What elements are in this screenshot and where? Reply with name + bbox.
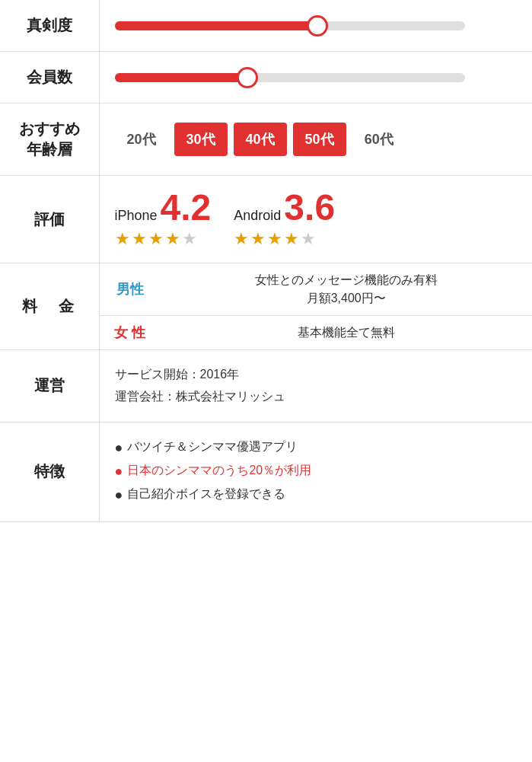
- features-label: 特徴: [0, 422, 99, 521]
- age-group-label: おすすめ 年齢層: [0, 104, 99, 176]
- rating-section: iPhone 4.2 ★ ★ ★ ★ ★ Android 3.6: [115, 190, 518, 249]
- iphone-platform: iPhone: [115, 208, 158, 224]
- android-rating-top: Android 3.6: [234, 190, 335, 226]
- seriousness-slider: [115, 21, 518, 30]
- rating-row: 評価 iPhone 4.2 ★ ★ ★ ★ ★: [0, 176, 532, 263]
- iphone-score: 4.2: [161, 190, 212, 226]
- rating-label: 評価: [0, 176, 99, 263]
- age-60s: 60代: [352, 123, 406, 156]
- pricing-female-row: 女 性 基本機能全て無料: [100, 316, 533, 349]
- android-stars: ★ ★ ★ ★ ★: [234, 229, 316, 249]
- members-slider: [115, 73, 518, 82]
- pricing-section: 男性 女性とのメッセージ機能のみ有料 月額3,400円〜 女 性 基本機能全て無…: [100, 263, 533, 349]
- members-row: 会員数: [0, 52, 532, 104]
- features-content: ● バツイチ＆シンママ優遇アプリ ● 日本のシンママのうち20％が利用 ● 自己…: [99, 422, 532, 521]
- bullet-2: ●: [115, 463, 123, 480]
- feature-item-2: ● 日本のシンママのうち20％が利用: [115, 460, 518, 483]
- members-track: [115, 73, 465, 82]
- pricing-row: 料 金 男性 女性とのメッセージ機能のみ有料 月額3,400円〜 女 性: [0, 263, 532, 350]
- seriousness-content: [99, 0, 532, 52]
- iphone-rating: iPhone 4.2 ★ ★ ★ ★ ★: [115, 190, 212, 249]
- bullet-1: ●: [115, 439, 123, 457]
- age-50s: 50代: [293, 123, 346, 156]
- seriousness-row: 真剣度: [0, 0, 532, 52]
- bullet-3: ●: [115, 486, 123, 504]
- android-rating: Android 3.6 ★ ★ ★ ★ ★: [234, 190, 335, 249]
- age-group-content: 20代 30代 40代 50代 60代: [99, 104, 532, 176]
- female-pricing-detail: 基本機能全て無料: [161, 324, 533, 342]
- info-table: 真剣度 会員数 おすすめ 年: [0, 0, 532, 522]
- feature-item-1: ● バツイチ＆シンママ優遇アプリ: [115, 436, 518, 460]
- star-2: ★: [132, 229, 147, 249]
- pricing-label: 料 金: [0, 263, 99, 350]
- iphone-stars: ★ ★ ★ ★ ★: [115, 229, 197, 249]
- age-40s: 40代: [234, 123, 287, 156]
- rating-content: iPhone 4.2 ★ ★ ★ ★ ★ Android 3.6: [99, 176, 532, 263]
- female-label: 女 性: [114, 325, 145, 340]
- feature-item-3: ● 自己紹介ボイスを登録できる: [115, 483, 518, 507]
- seriousness-label: 真剣度: [0, 0, 99, 52]
- android-star-2: ★: [250, 229, 266, 249]
- male-label: 男性: [116, 282, 144, 297]
- android-platform: Android: [234, 208, 281, 224]
- operations-label: 運営: [0, 350, 99, 422]
- operations-row: 運営 サービス開始：2016年 運営会社：株式会社マリッシュ: [0, 350, 532, 422]
- male-pricing-detail: 女性とのメッセージ機能のみ有料 月額3,400円〜: [161, 271, 533, 308]
- star-5: ★: [182, 229, 197, 249]
- operations-content: サービス開始：2016年 運営会社：株式会社マリッシュ: [99, 350, 532, 422]
- members-thumb: [237, 67, 258, 88]
- age-group-list: 20代 30代 40代 50代 60代: [115, 123, 518, 156]
- android-star-5: ★: [301, 229, 316, 249]
- iphone-rating-top: iPhone 4.2: [115, 190, 212, 226]
- pricing-content: 男性 女性とのメッセージ機能のみ有料 月額3,400円〜 女 性 基本機能全て無…: [99, 263, 532, 350]
- age-30s: 30代: [174, 123, 228, 156]
- android-star-4: ★: [284, 229, 299, 249]
- pricing-male-row: 男性 女性とのメッセージ機能のみ有料 月額3,400円〜: [100, 263, 533, 316]
- seriousness-thumb: [307, 15, 328, 37]
- features-list: ● バツイチ＆シンママ優遇アプリ ● 日本のシンママのうち20％が利用 ● 自己…: [115, 436, 518, 508]
- seriousness-track: [115, 21, 465, 30]
- star-4: ★: [165, 229, 180, 249]
- seriousness-fill: [115, 21, 318, 30]
- star-1: ★: [115, 229, 130, 249]
- android-score: 3.6: [284, 190, 335, 226]
- age-group-row: おすすめ 年齢層 20代 30代 40代 50代 60代: [0, 104, 532, 176]
- age-20s: 20代: [115, 123, 168, 156]
- members-label: 会員数: [0, 52, 99, 104]
- members-content: [99, 52, 532, 104]
- operations-text: サービス開始：2016年 運営会社：株式会社マリッシュ: [115, 364, 518, 408]
- android-star-3: ★: [267, 229, 282, 249]
- android-star-1: ★: [234, 229, 249, 249]
- star-3: ★: [148, 229, 164, 249]
- features-row: 特徴 ● バツイチ＆シンママ優遇アプリ ● 日本のシンママのうち20％が利用 ●…: [0, 422, 532, 521]
- members-fill: [115, 73, 248, 82]
